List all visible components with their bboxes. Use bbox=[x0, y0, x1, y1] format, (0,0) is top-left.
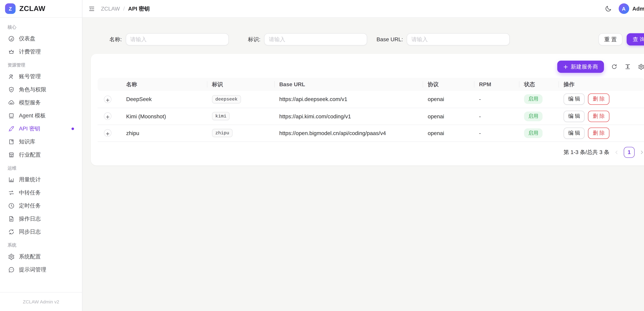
shield-check-icon bbox=[8, 86, 15, 93]
reset-button[interactable]: 重 置 bbox=[598, 33, 622, 46]
sidebar-item-sync-logs[interactable]: 同步日志 bbox=[5, 225, 77, 238]
sidebar-item-label: 操作日志 bbox=[19, 215, 41, 223]
base-url-filter-input[interactable] bbox=[407, 33, 510, 46]
expand-row-button[interactable] bbox=[104, 112, 112, 120]
file-text-icon bbox=[8, 215, 15, 222]
menu-fold-icon[interactable] bbox=[88, 5, 95, 12]
plug-icon bbox=[8, 125, 15, 132]
sidebar-logo-row: Z ZCLAW bbox=[0, 0, 82, 18]
pagination: 第 1-3 条/总共 3 条 1 bbox=[98, 147, 644, 158]
top-header: ZCLAW / API 密钥 A Admin bbox=[82, 0, 644, 18]
provider-rpm: - bbox=[474, 108, 519, 125]
page-content: 名称: 标识: Base URL: 重 置 查 询 bbox=[82, 18, 644, 311]
user-menu[interactable]: A Admin bbox=[618, 3, 644, 14]
name-filter-input[interactable] bbox=[126, 33, 228, 46]
app-title: ZCLAW bbox=[19, 5, 45, 13]
sidebar-item-label: 角色与权限 bbox=[19, 86, 46, 93]
pagination-prev-icon[interactable] bbox=[614, 150, 619, 155]
moon-icon[interactable] bbox=[604, 5, 612, 12]
slug-filter-input[interactable] bbox=[264, 33, 367, 46]
gear-icon bbox=[8, 253, 15, 260]
providers-card: 新建服务商 bbox=[91, 54, 644, 165]
sidebar-item-label: 系统配置 bbox=[19, 253, 41, 260]
sidebar-item-roles[interactable]: 角色与权限 bbox=[5, 83, 77, 96]
provider-protocol: openai bbox=[423, 125, 474, 142]
sidebar-item-system-config[interactable]: 系统配置 bbox=[5, 250, 77, 263]
nav-section-resources: 资源管理 bbox=[5, 62, 77, 68]
slug-filter-label: 标识: bbox=[248, 36, 260, 43]
book-icon bbox=[8, 138, 15, 145]
filter-actions: 重 置 查 询 bbox=[598, 33, 644, 46]
filter-group-slug: 标识: bbox=[248, 33, 367, 46]
clock-icon bbox=[8, 202, 15, 209]
provider-name: DeepSeek bbox=[121, 91, 207, 108]
swap-icon bbox=[8, 189, 15, 196]
app-logo: Z bbox=[5, 3, 16, 14]
sidebar-item-usage-stats[interactable]: 用量统计 bbox=[5, 173, 77, 186]
provider-rpm: - bbox=[474, 91, 519, 108]
filter-group-base-url: Base URL: bbox=[376, 33, 510, 46]
delete-button[interactable]: 删 除 bbox=[588, 110, 609, 122]
sidebar-nav: 核心 仪表盘 计费管理 资源管理 账号管理 bbox=[0, 18, 82, 292]
message-icon bbox=[8, 266, 15, 273]
sidebar-item-prompt-management[interactable]: 提示词管理 bbox=[5, 263, 77, 276]
sidebar-item-label: 用量统计 bbox=[19, 176, 41, 184]
bar-chart-icon bbox=[8, 176, 15, 183]
sidebar-item-industry-config[interactable]: 行业配置 bbox=[5, 149, 77, 161]
col-protocol: 协议 bbox=[423, 78, 474, 91]
provider-protocol: openai bbox=[423, 108, 474, 125]
edit-button[interactable]: 编 辑 bbox=[564, 94, 585, 105]
col-expand bbox=[98, 78, 121, 91]
provider-base-url: https://open.bigmodel.cn/api/coding/paas… bbox=[274, 125, 423, 142]
pagination-summary: 第 1-3 条/总共 3 条 bbox=[564, 148, 609, 156]
table-settings-gear-icon[interactable] bbox=[638, 64, 644, 70]
sidebar-item-api-keys[interactable]: API 密钥 bbox=[5, 122, 77, 135]
sidebar-item-knowledge-base[interactable]: 知识库 bbox=[5, 135, 77, 148]
column-height-icon[interactable] bbox=[624, 64, 631, 70]
sidebar-item-dashboard[interactable]: 仪表盘 bbox=[5, 32, 77, 45]
users-icon bbox=[8, 73, 15, 80]
crown-icon bbox=[8, 49, 15, 55]
plus-icon bbox=[106, 131, 110, 135]
provider-slug-tag: zhipu bbox=[212, 129, 232, 137]
avatar: A bbox=[618, 3, 629, 14]
pagination-next-icon[interactable] bbox=[639, 150, 644, 155]
provider-slug-tag: kimi bbox=[212, 112, 230, 120]
sidebar-item-label: 同步日志 bbox=[19, 228, 41, 236]
status-badge: 启用 bbox=[524, 111, 543, 121]
sidebar-item-label: 行业配置 bbox=[19, 151, 41, 159]
expand-row-button[interactable] bbox=[104, 95, 112, 103]
sidebar-item-models[interactable]: 模型服务 bbox=[5, 96, 77, 109]
sidebar-item-label: Agent 模板 bbox=[19, 112, 46, 120]
sidebar-item-operation-logs[interactable]: 操作日志 bbox=[5, 212, 77, 225]
delete-button[interactable]: 删 除 bbox=[588, 94, 609, 105]
sidebar-item-label: 中转任务 bbox=[19, 189, 41, 197]
delete-button[interactable]: 删 除 bbox=[588, 127, 609, 139]
sidebar-item-relay-tasks[interactable]: 中转任务 bbox=[5, 186, 77, 199]
active-indicator-dot bbox=[72, 127, 74, 130]
provider-rpm: - bbox=[474, 125, 519, 142]
plus-icon bbox=[563, 64, 568, 69]
sidebar-item-label: 账号管理 bbox=[19, 73, 41, 80]
sidebar-item-accounts[interactable]: 账号管理 bbox=[5, 70, 77, 83]
refresh-icon[interactable] bbox=[611, 64, 617, 70]
breadcrumb-root[interactable]: ZCLAW bbox=[101, 6, 120, 12]
col-slug: 标识 bbox=[207, 78, 274, 91]
sidebar-item-agent-templates[interactable]: Agent 模板 bbox=[5, 109, 77, 122]
expand-row-button[interactable] bbox=[104, 129, 112, 137]
sidebar-item-scheduled-tasks[interactable]: 定时任务 bbox=[5, 199, 77, 212]
pagination-page-1[interactable]: 1 bbox=[624, 147, 634, 158]
robot-icon bbox=[8, 112, 15, 119]
providers-table: 名称 标识 Base URL 协议 RPM 状态 操作 bbox=[98, 78, 644, 142]
edit-button[interactable]: 编 辑 bbox=[564, 110, 585, 122]
sidebar-item-billing[interactable]: 计费管理 bbox=[5, 46, 77, 58]
filter-group-name: 名称: bbox=[109, 33, 228, 46]
edit-button[interactable]: 编 辑 bbox=[564, 127, 585, 139]
provider-base-url: https://api.kimi.com/coding/v1 bbox=[274, 108, 423, 125]
plus-icon bbox=[106, 114, 110, 118]
search-button[interactable]: 查 询 bbox=[627, 33, 644, 46]
create-provider-label: 新建服务商 bbox=[571, 63, 598, 71]
user-name: Admin bbox=[632, 6, 644, 12]
name-filter-label: 名称: bbox=[109, 36, 122, 43]
create-provider-button[interactable]: 新建服务商 bbox=[557, 61, 604, 73]
